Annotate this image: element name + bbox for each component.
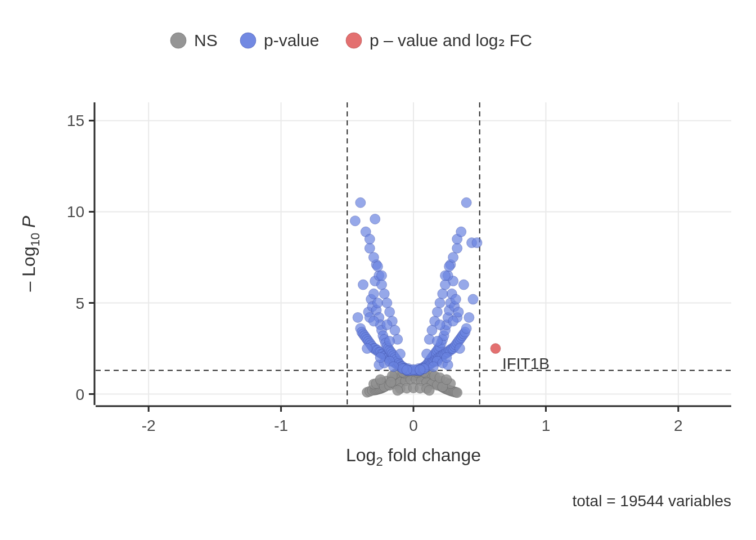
svg-text:1: 1 bbox=[542, 417, 551, 434]
data-point bbox=[461, 197, 471, 208]
data-point bbox=[453, 307, 464, 317]
svg-text:5: 5 bbox=[75, 295, 84, 312]
legend-ns-label: NS bbox=[194, 31, 218, 50]
volcano-plot: NS p-value p – value and log₂ FC IFIT1B … bbox=[0, 0, 756, 540]
annotation-label: IFIT1B bbox=[502, 355, 550, 372]
data-point bbox=[452, 243, 462, 253]
data-point bbox=[389, 362, 399, 372]
data-point bbox=[364, 243, 375, 253]
legend: NS p-value p – value and log₂ FC bbox=[170, 31, 532, 50]
data-point bbox=[452, 388, 462, 398]
svg-text:-1: -1 bbox=[274, 417, 288, 434]
data-points bbox=[350, 197, 501, 398]
data-point bbox=[490, 344, 501, 354]
data-point bbox=[442, 375, 452, 385]
data-point bbox=[454, 344, 465, 354]
y-axis-title: – Log10 P bbox=[19, 215, 42, 291]
data-point bbox=[448, 316, 458, 326]
data-point bbox=[422, 349, 432, 359]
svg-text:15: 15 bbox=[67, 112, 84, 129]
data-point bbox=[377, 280, 387, 290]
data-point bbox=[375, 353, 385, 363]
grid bbox=[96, 102, 731, 405]
data-point bbox=[415, 364, 425, 375]
data-point bbox=[440, 280, 451, 290]
svg-text:0: 0 bbox=[409, 417, 418, 434]
data-point bbox=[356, 197, 366, 208]
data-point bbox=[377, 271, 387, 281]
data-point bbox=[382, 298, 392, 308]
data-point bbox=[468, 294, 478, 304]
data-point bbox=[438, 289, 448, 299]
data-point bbox=[451, 294, 461, 304]
data-point bbox=[435, 298, 445, 308]
annotations: IFIT1B bbox=[502, 355, 550, 372]
data-point bbox=[353, 312, 363, 322]
data-point bbox=[372, 298, 382, 308]
svg-text:2: 2 bbox=[674, 417, 683, 434]
data-point bbox=[362, 344, 372, 354]
data-point bbox=[358, 280, 368, 290]
data-point bbox=[372, 262, 382, 272]
data-point bbox=[368, 289, 379, 299]
data-point bbox=[424, 385, 434, 395]
data-point bbox=[440, 271, 451, 281]
data-point bbox=[370, 214, 380, 224]
data-point bbox=[364, 234, 375, 244]
caption: total = 19544 variables bbox=[572, 492, 731, 510]
data-point bbox=[393, 385, 403, 395]
svg-text:0: 0 bbox=[75, 386, 84, 403]
data-point bbox=[395, 349, 405, 359]
data-point bbox=[382, 320, 392, 330]
data-point bbox=[379, 289, 389, 299]
data-point bbox=[350, 216, 360, 226]
data-point bbox=[385, 307, 395, 317]
data-point bbox=[448, 252, 458, 262]
svg-point-1 bbox=[240, 33, 256, 48]
legend-pvalue-label: p-value bbox=[264, 31, 319, 50]
data-point bbox=[375, 375, 385, 385]
svg-text:10: 10 bbox=[67, 203, 84, 220]
data-point bbox=[432, 307, 442, 317]
data-point bbox=[368, 316, 379, 326]
data-point bbox=[458, 280, 469, 290]
data-point bbox=[386, 377, 396, 387]
data-point bbox=[435, 320, 445, 330]
legend-both-label: p – value and log₂ FC bbox=[370, 31, 532, 50]
data-point bbox=[442, 353, 452, 363]
data-point bbox=[444, 262, 454, 272]
data-point bbox=[472, 238, 482, 248]
x-axis-title: Log2 fold change bbox=[346, 445, 481, 469]
svg-text:-2: -2 bbox=[142, 417, 156, 434]
data-point bbox=[385, 336, 395, 346]
data-point bbox=[368, 252, 379, 262]
data-point bbox=[402, 364, 412, 375]
data-point bbox=[432, 336, 442, 346]
data-point bbox=[464, 312, 474, 322]
data-point bbox=[456, 227, 466, 237]
data-point bbox=[428, 362, 438, 372]
svg-point-2 bbox=[346, 33, 362, 48]
data-point bbox=[461, 323, 471, 334]
svg-point-0 bbox=[170, 33, 186, 48]
